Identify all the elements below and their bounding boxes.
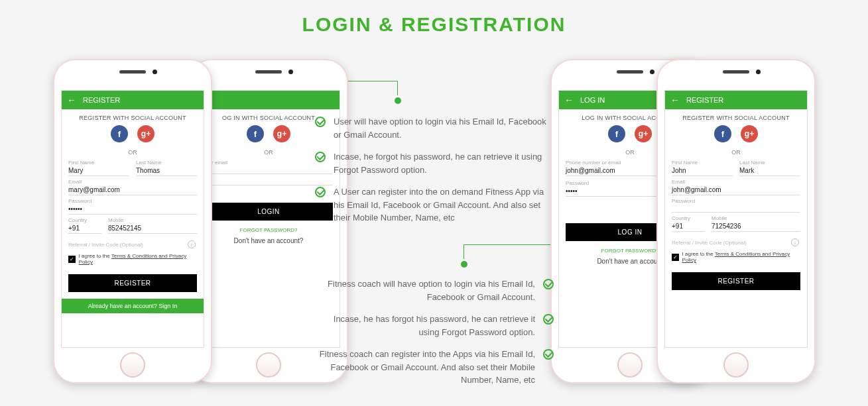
field-label: Email [68,179,197,185]
connector-line [464,244,564,245]
field-label: First Name [68,160,129,166]
checkbox-icon[interactable]: ✓ [68,256,76,263]
connector-line [464,244,464,259]
referral-field[interactable]: Referral / Invite Code (Optional) i [665,234,807,248]
or-divider: OR [62,146,204,160]
feature-text: A User can register into the on demand F… [334,185,554,225]
login-identifier-field[interactable]: e or email [204,160,333,174]
field-label: Password [672,198,800,204]
field-label: Last Name [739,160,800,166]
social-row: f g+ [665,125,807,146]
check-icon [315,152,326,162]
back-icon[interactable]: ← [564,95,574,105]
screen: ← REGISTER REGISTER WITH SOCIAL ACCOUNT … [61,90,204,348]
google-plus-icon[interactable]: g+ [741,125,758,142]
field-label: Last Name [136,160,197,166]
field-label: Country [672,215,705,221]
field-value: •••••• [68,204,197,215]
agree-row[interactable]: ✓ I agree to the Terms & Conditions and … [62,250,204,268]
topbar: ← REGISTER [665,91,807,109]
facebook-icon[interactable]: f [714,125,731,142]
feature-text: User will have option to login via his E… [334,115,554,141]
country-field[interactable]: Country +91 [672,215,705,232]
agree-row[interactable]: ✓ I agree to the Terms & Conditions and … [665,248,807,266]
field-label: Email [672,179,800,185]
referral-field[interactable]: Referral / Invite Code (Optional) i [62,236,204,250]
field-value [204,177,333,185]
password-field[interactable]: Password [672,198,800,213]
check-icon [543,349,554,360]
first-name-field[interactable]: First Name John [672,160,733,176]
field-value: John [672,166,733,176]
back-icon[interactable]: ← [67,95,76,105]
topbar-title: REGISTER [83,96,120,104]
password-field[interactable] [204,177,333,185]
checkbox-icon[interactable]: ✓ [672,254,679,261]
facebook-icon[interactable]: f [247,125,264,142]
register-button[interactable]: REGISTER [68,274,197,292]
feature-text: Incase, he has forgot his password, he c… [315,313,535,338]
topbar-title: LOG IN [580,96,605,104]
referral-label: Referral / Invite Code (Optional) [68,242,143,248]
agree-text: I agree to the Terms & Conditions and Pr… [79,253,197,265]
facebook-icon[interactable]: f [111,125,128,142]
connector-line [397,81,398,95]
google-plus-icon[interactable]: g+ [137,125,155,142]
email-field[interactable]: Email john@gmail.com [672,179,800,195]
back-icon[interactable]: ← [670,95,680,105]
field-value [672,204,800,213]
topbar: ← REGISTER [62,91,204,109]
phone-register-right: ← REGISTER REGISTER WITH SOCIAL ACCOUNT … [656,59,816,383]
google-plus-icon[interactable]: g+ [273,125,290,142]
google-plus-icon[interactable]: g+ [635,125,652,142]
home-button[interactable] [723,352,749,378]
email-field[interactable]: Email mary@gmail.com [68,179,197,195]
agree-text: I agree to the Terms & Conditions and Pr… [682,251,800,263]
feature-item: A User can register into the on demand F… [315,185,554,225]
field-value: +91 [672,221,705,232]
home-button[interactable] [256,352,281,378]
home-button[interactable] [120,352,145,378]
info-icon[interactable]: i [791,238,799,246]
coach-features: Fitness coach will have option to login … [315,278,554,396]
field-value: Mark [739,166,800,176]
first-name-field[interactable]: First Name Mary [68,160,129,176]
field-value: john@gmail.com [672,185,800,195]
field-label: First Name [672,160,733,166]
feature-text: Incase, he forgot his password, he can r… [334,150,554,176]
check-icon [543,314,554,325]
register-button[interactable]: REGISTER [672,272,800,290]
phone-register-left: ← REGISTER REGISTER WITH SOCIAL ACCOUNT … [53,59,212,383]
or-divider: OR [665,146,807,160]
topbar: ← [198,91,340,109]
password-field[interactable]: Password •••••• [68,198,197,215]
feature-item: Fitness coach will have option to login … [315,278,554,303]
page-title: LOGIN & REGISTRATION [0,0,868,36]
mobile-field[interactable]: Mobile 852452145 [108,217,197,234]
connector-dot-icon [461,261,467,268]
social-row: f g+ [62,125,204,146]
info-icon[interactable]: i [188,240,196,248]
last-name-field[interactable]: Last Name Mark [739,160,800,176]
feature-item: User will have option to login via his E… [315,115,554,141]
last-name-field[interactable]: Last Name Thomas [136,160,197,176]
field-value: mary@gmail.com [68,185,197,195]
referral-label: Referral / Invite Code (Optional) [672,240,747,246]
mobile-field[interactable]: Mobile 71254236 [712,215,800,232]
field-value: 71254236 [712,221,800,232]
social-header: REGISTER WITH SOCIAL ACCOUNT [62,109,204,125]
field-label: Country [68,217,101,223]
signin-footer[interactable]: Already have an account? Sign In [62,299,204,313]
feature-text: Fitness coach will have option to login … [315,278,535,303]
feature-item: Fitness coach can register into the Apps… [315,348,554,387]
field-value [204,166,333,174]
facebook-icon[interactable]: f [608,125,625,142]
field-label: Mobile [712,215,800,221]
home-button[interactable] [617,352,643,378]
feature-item: Incase, he forgot his password, he can r… [315,150,554,176]
country-field[interactable]: Country +91 [68,217,101,234]
topbar-title: REGISTER [686,96,723,104]
login-button[interactable]: LOGIN [204,203,333,221]
social-header: REGISTER WITH SOCIAL ACCOUNT [665,109,807,125]
screen: ← REGISTER REGISTER WITH SOCIAL ACCOUNT … [664,90,808,348]
